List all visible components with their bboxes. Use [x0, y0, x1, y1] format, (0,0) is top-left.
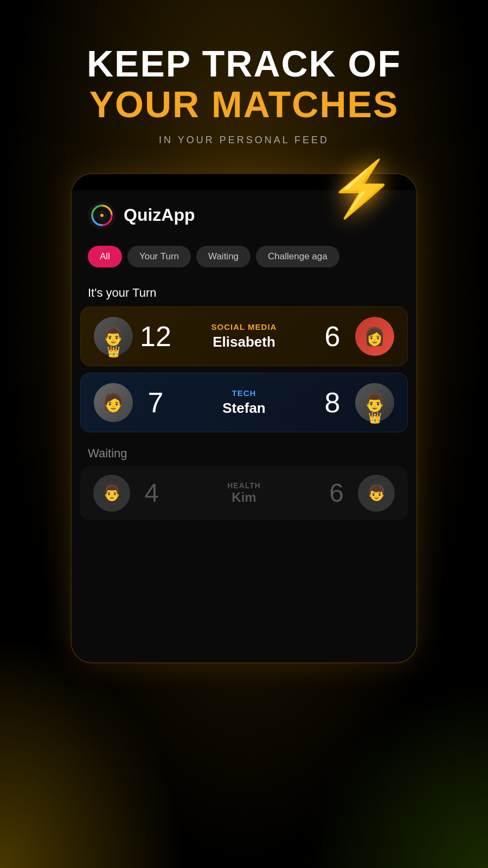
- match2-opponent-name: Stefan: [178, 400, 310, 417]
- player3-avatar: 👨: [93, 475, 130, 512]
- opponent-score-right: 6: [316, 320, 349, 353]
- match3-category: HEALTH: [173, 481, 315, 490]
- player2-score-left: 7: [139, 386, 172, 419]
- player-avatar-wrap: 👨 👑: [94, 317, 133, 356]
- match-card-stefan[interactable]: 🧑 7 TECH Stefan 8 👨 👑: [80, 373, 408, 432]
- player-crown-icon: 👑: [107, 345, 120, 358]
- tab-challenge-again[interactable]: Challenge aga: [256, 246, 339, 267]
- app-name: QuizApp: [124, 205, 195, 225]
- tab-your-turn[interactable]: Your Turn: [127, 246, 191, 267]
- header: KEEP TRACK OF YOUR MATCHES IN YOUR PERSO…: [87, 0, 401, 157]
- opponent2-score-right: 8: [316, 386, 349, 419]
- tab-all[interactable]: All: [88, 246, 122, 267]
- lightning-icon: ⚡: [328, 157, 396, 221]
- phone-screen: QuizApp All Your Turn Waiting Challenge …: [72, 174, 416, 662]
- app-logo: [88, 201, 116, 229]
- opponent3-avatar: 👦: [358, 475, 395, 512]
- player3-score-left: 4: [137, 478, 166, 508]
- header-subtitle: IN YOUR PERSONAL FEED: [87, 135, 401, 146]
- filter-tabs: All Your Turn Waiting Challenge aga: [72, 240, 416, 278]
- header-line2: YOUR MATCHES: [87, 84, 401, 125]
- page-content: KEEP TRACK OF YOUR MATCHES IN YOUR PERSO…: [0, 0, 488, 868]
- player2-avatar-wrap: 🧑: [94, 383, 133, 422]
- match3-center-info: HEALTH Kim: [173, 481, 315, 505]
- match-opponent-name: Elisabeth: [178, 334, 310, 350]
- phone-wrapper: ⚡ QuizApp: [70, 173, 418, 663]
- header-line1: KEEP TRACK OF: [87, 43, 401, 84]
- opponent2-avatar-wrap: 👨 👑: [355, 383, 394, 422]
- svg-point-2: [100, 214, 104, 217]
- match-category: SOCIAL MEDIA: [178, 322, 310, 331]
- phone-frame: QuizApp All Your Turn Waiting Challenge …: [70, 173, 418, 663]
- opponent2-crown-icon: 👑: [368, 411, 382, 424]
- match-card-kim[interactable]: 👨 4 HEALTH Kim 6 👦: [80, 466, 408, 520]
- match-card-elisabeth[interactable]: 👨 👑 12 SOCIAL MEDIA Elisabeth 6 👩: [80, 307, 408, 366]
- match2-center-info: TECH Stefan: [178, 388, 310, 417]
- player-score-left: 12: [139, 320, 172, 353]
- opponent3-score-right: 6: [322, 478, 351, 508]
- match3-opponent-name: Kim: [173, 490, 315, 505]
- match2-category: TECH: [178, 388, 310, 398]
- opponent-avatar-wrap: 👩: [355, 317, 394, 356]
- your-turn-section-label: It's your Turn: [72, 278, 416, 307]
- waiting-section-label: Waiting: [72, 439, 416, 466]
- tab-waiting[interactable]: Waiting: [196, 246, 251, 267]
- player2-avatar: 🧑: [94, 383, 133, 422]
- opponent-avatar: 👩: [355, 317, 394, 356]
- match-center-info: SOCIAL MEDIA Elisabeth: [178, 322, 310, 350]
